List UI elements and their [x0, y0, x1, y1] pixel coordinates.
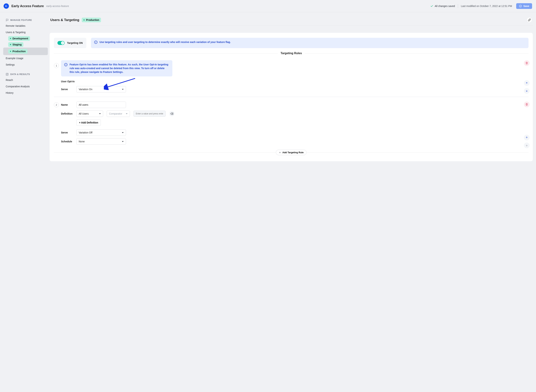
content: Users & Targeting Production Targe: [50, 17, 533, 161]
saved-text: All changes saved: [435, 5, 455, 8]
serve-select[interactable]: Variation On: [76, 86, 126, 93]
last-modified: Last modified on October 7, 2022 at 12:5…: [461, 5, 512, 8]
serve-label: Serve: [61, 131, 72, 134]
serve-value: Variation Off: [79, 131, 92, 134]
divider: [458, 4, 458, 8]
arrow-up-icon: [526, 136, 528, 139]
trash-icon: [526, 62, 528, 64]
save-button[interactable]: Save: [516, 3, 532, 9]
move-up-button[interactable]: [524, 135, 530, 140]
sidebar: Manage Feature Remote Variables Users & …: [3, 17, 48, 96]
content-header: Users & Targeting Production: [50, 17, 533, 26]
chevron-down-icon: [122, 132, 124, 133]
delete-rule-button[interactable]: [524, 60, 530, 66]
schedule-label: Schedule: [61, 140, 72, 143]
sidebar-item-comparative[interactable]: Comparative Analysis: [3, 83, 48, 90]
serve-label: Serve: [61, 88, 72, 91]
sidebar-env-development[interactable]: Development: [3, 35, 48, 42]
definition-filter-value: All Users: [79, 112, 89, 115]
banner-message: Use targeting rules and user targeting t…: [100, 40, 231, 44]
add-rule-row: Add Targeting Rule: [54, 150, 528, 155]
topbar: Early Access Feature early-access-featur…: [0, 0, 536, 12]
targeting-toggle-box: Targeting ON: [54, 38, 86, 48]
name-label: Name: [61, 103, 72, 106]
rule-number: 1: [54, 63, 59, 68]
rule-title: User Opt-In: [61, 80, 528, 83]
rule-1: 1 i Feature Opt-In has been enabled for …: [54, 60, 528, 93]
sidebar-item-example-usage[interactable]: Example Usage: [3, 55, 48, 61]
save-label: Save: [523, 5, 529, 8]
targeting-toggle[interactable]: [57, 41, 65, 45]
trash-icon: [526, 103, 528, 106]
value-input-field: [136, 112, 163, 115]
definition-label: Definition: [61, 112, 72, 115]
chevron-down-icon: [126, 113, 128, 114]
link-icon: [528, 19, 531, 21]
saved-indicator: All changes saved: [430, 5, 455, 8]
check-icon: [430, 5, 433, 8]
name-input-field[interactable]: [79, 103, 124, 106]
feature-title: Early Access Feature: [11, 4, 44, 8]
chevron-down-icon: [99, 113, 101, 114]
arrow-down-icon: [526, 90, 528, 92]
backspace-icon: [170, 112, 173, 115]
definition-filter-select[interactable]: All Users: [76, 111, 103, 117]
sidebar-item-remote-variables[interactable]: Remote Variables: [3, 23, 48, 29]
schedule-value: None: [79, 140, 85, 143]
copy-link-button[interactable]: [527, 17, 532, 23]
move-up-button[interactable]: [524, 80, 530, 86]
optin-banner: i Feature Opt-In has been enabled for th…: [61, 60, 172, 76]
page-title: Users & Targeting: [50, 18, 79, 22]
move-down-button[interactable]: [524, 143, 530, 148]
targeting-card: Targeting ON i Use targeting rules and u…: [50, 33, 533, 161]
rule-number: 2: [54, 102, 59, 107]
sidebar-env-production[interactable]: Production: [3, 47, 48, 55]
env-badge: Production: [82, 18, 101, 22]
plus-icon: [279, 151, 281, 154]
delete-rule-button[interactable]: [524, 102, 530, 107]
info-icon: i: [64, 63, 67, 66]
sidebar-item-history[interactable]: History: [3, 90, 48, 96]
rule-2: 2 Name Definition All Use: [54, 102, 528, 145]
rules-divider: Targeting Rules: [54, 52, 528, 55]
feature-slug: early-access-feature: [46, 5, 69, 8]
sidebar-header-data: Data & Results: [3, 72, 48, 77]
sidebar-item-users-targeting[interactable]: Users & Targeting: [3, 29, 48, 35]
value-input: [134, 111, 166, 117]
svg-point-1: [519, 5, 522, 7]
chevron-down-icon: [122, 89, 124, 90]
chart-icon: [6, 73, 9, 76]
clear-definition-button[interactable]: [169, 111, 174, 116]
sidebar-item-reach[interactable]: Reach: [3, 77, 48, 83]
add-definition-button[interactable]: + Add Definition: [76, 119, 101, 126]
info-icon: i: [94, 41, 97, 44]
sidebar-env-staging[interactable]: Staging: [3, 42, 48, 47]
comparator-select[interactable]: Comparator: [107, 111, 130, 117]
check-circle-icon: [519, 5, 522, 8]
name-input[interactable]: [76, 102, 126, 108]
targeting-info-banner: i Use targeting rules and user targeting…: [91, 38, 528, 48]
optin-message: Feature Opt-In has been enabled for this…: [70, 63, 169, 74]
sidebar-header-manage: Manage Feature: [3, 18, 48, 23]
targeting-toggle-label: Targeting ON: [67, 42, 83, 44]
arrow-up-icon: [526, 82, 528, 84]
rules-header: Targeting Rules: [278, 52, 305, 55]
serve-select[interactable]: Variation Off: [76, 129, 126, 136]
arrow-left-icon: [5, 5, 8, 8]
add-targeting-rule-button[interactable]: Add Targeting Rule: [276, 150, 307, 155]
add-rule-label: Add Targeting Rule: [282, 151, 304, 154]
flag-icon: [6, 19, 9, 22]
back-button[interactable]: [4, 3, 9, 9]
move-down-button[interactable]: [524, 88, 530, 94]
serve-value: Variation On: [79, 88, 92, 91]
chevron-down-icon: [122, 141, 124, 142]
add-definition-label: + Add Definition: [79, 121, 98, 124]
schedule-select[interactable]: None: [76, 138, 126, 145]
comparator-placeholder: Comparator: [109, 112, 122, 115]
sidebar-item-settings[interactable]: Settings: [3, 61, 48, 68]
arrow-down-icon: [526, 144, 528, 147]
